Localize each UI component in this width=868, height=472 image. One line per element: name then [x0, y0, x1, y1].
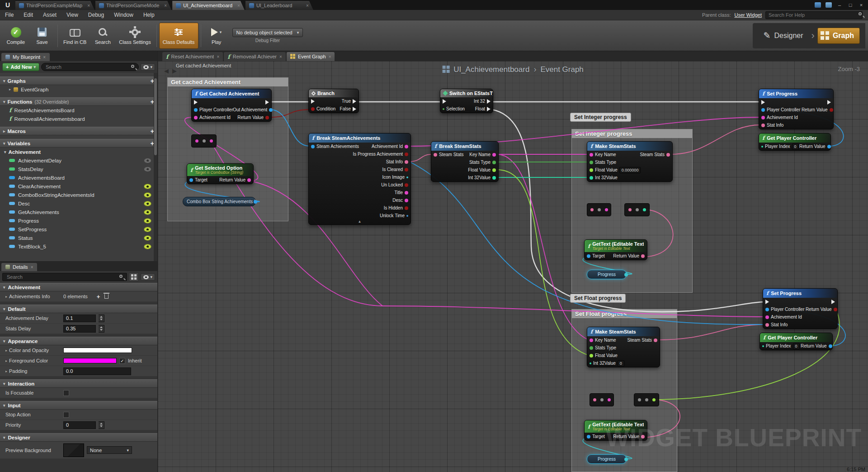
data-pin[interactable] [643, 208, 646, 211]
reroute-node[interactable] [587, 203, 611, 216]
eye-open-icon[interactable] [144, 244, 151, 249]
graph-tab-reset-achievement[interactable]: fReset Achievement× [162, 52, 223, 61]
data-pin[interactable] [590, 346, 593, 350]
data-pin[interactable] [203, 139, 206, 143]
node-gettext-editable-text[interactable]: fGetText (Editable Text)Target is Editab… [584, 239, 647, 260]
data-pin[interactable] [405, 183, 408, 187]
scrollbar[interactable] [154, 73, 157, 261]
layout-icon[interactable] [826, 2, 832, 8]
checkbox[interactable] [63, 412, 69, 418]
data-pin[interactable] [311, 145, 315, 148]
nav-back-icon[interactable]: ◀ [164, 67, 169, 74]
variable-item-statsdelay[interactable]: StatsDelay [0, 165, 157, 173]
property-matrix-button[interactable] [129, 272, 139, 281]
data-pin[interactable] [624, 273, 628, 277]
compile-button[interactable]: ✓ Compile [3, 23, 29, 49]
data-pin[interactable] [638, 398, 641, 401]
window-tab-ui-achievementboard[interactable]: UI_Achievementboard× [172, 1, 245, 10]
node-set-progress[interactable]: fSet ProgressPlayer ControllerReturn Val… [759, 89, 834, 129]
graph-item-eventgraph[interactable]: ▸EventGraph [0, 85, 157, 94]
variable-item-setprogress[interactable]: SetProgress [0, 225, 157, 234]
exec-pin[interactable] [827, 100, 831, 105]
close-icon[interactable]: × [235, 3, 240, 8]
graph-tab-event-graph[interactable]: Event Graph× [287, 52, 335, 61]
find-in-cb-button[interactable]: Find in CB [60, 23, 90, 49]
data-pin[interactable] [598, 208, 601, 211]
node-get-player-controller[interactable]: fGet Player ControllerPlayer Index0Retur… [759, 133, 831, 151]
data-pin[interactable] [761, 124, 765, 127]
exec-pin[interactable] [487, 99, 491, 104]
help-search-input[interactable] [765, 11, 863, 19]
class-defaults-button[interactable]: Class Defaults [159, 23, 198, 49]
variable-item-getachievements[interactable]: GetAchievements [0, 208, 157, 216]
variable-item-textblock-5[interactable]: TextBlock_5 [0, 242, 157, 251]
asset-dropdown[interactable]: None▾ [87, 446, 132, 454]
node-set-progress[interactable]: fSet ProgressPlayer ControllerReturn Val… [763, 288, 838, 329]
chat-icon[interactable] [815, 2, 821, 8]
data-pin[interactable] [587, 254, 590, 258]
function-item-removeallachievementsboard[interactable]: fRemoveallAchievementsboard [0, 114, 157, 123]
close-icon[interactable]: × [329, 54, 331, 59]
inherit-checkbox[interactable]: ✓ [119, 358, 125, 364]
data-pin[interactable] [636, 208, 639, 211]
eye-open-icon[interactable] [144, 227, 151, 232]
eye-closed-icon[interactable] [144, 167, 151, 172]
variable-item-comboboxstringachievementsid[interactable]: ComboBoxStringAchievementsId [0, 191, 157, 199]
scrollbar-thumb[interactable] [154, 78, 157, 155]
menu-help[interactable]: Help [138, 10, 160, 20]
close-icon[interactable]: × [31, 265, 33, 270]
function-item-resetachievementsboard[interactable]: fResetAchievementsBoard [0, 106, 157, 114]
data-pin[interactable] [194, 116, 198, 119]
macros-section-header[interactable]: ▸ Macros + [0, 127, 157, 135]
menu-window[interactable]: Window [109, 10, 138, 20]
data-pin[interactable] [765, 323, 769, 327]
tab-my-blueprint[interactable]: My Blueprint × [1, 53, 50, 61]
close-icon[interactable]: × [303, 3, 309, 8]
my-blueprint-search-input[interactable] [41, 63, 139, 71]
data-pin[interactable] [405, 153, 408, 156]
pin-value-field[interactable]: 0 [792, 143, 799, 150]
data-pin[interactable] [624, 458, 628, 461]
close-icon[interactable]: × [85, 3, 90, 8]
close-icon[interactable]: × [217, 54, 219, 59]
variable-category-achievement[interactable]: ▾ Achievement [0, 148, 157, 156]
clear-elements-icon[interactable] [104, 294, 108, 299]
nav-forward-icon[interactable]: ▶ [172, 67, 177, 74]
variable-item-progress[interactable]: Progress [0, 216, 157, 225]
data-pin[interactable] [265, 116, 269, 119]
data-pin[interactable] [666, 153, 670, 157]
data-pin[interactable] [590, 362, 591, 364]
section-header-input[interactable]: ▾Input [0, 401, 157, 410]
node-get-selected-option[interactable]: fGet Selected OptionTarget is ComboBox (… [187, 163, 254, 184]
window-tab-ui-leaderboard[interactable]: UI_Leaderboard× [245, 1, 313, 10]
pin-value-field[interactable]: 0 [793, 343, 800, 349]
eye-closed-icon[interactable] [144, 158, 151, 163]
data-pin[interactable] [652, 398, 656, 401]
data-pin[interactable] [590, 176, 593, 180]
reroute-node[interactable] [624, 203, 650, 216]
var-node-progress[interactable]: Progress [587, 454, 627, 464]
section-header-appearance[interactable]: ▾Appearance [0, 337, 157, 345]
data-pin[interactable] [827, 145, 831, 148]
data-pin[interactable] [834, 308, 837, 311]
data-pin[interactable] [628, 208, 632, 211]
variable-item-achievementdelay[interactable]: AchievementDelay [0, 156, 157, 165]
section-header-default[interactable]: ▾Default [0, 305, 157, 313]
data-pin[interactable] [492, 168, 496, 172]
var-node-combo-box-string-achievements-id[interactable]: Combo Box String Achievements Id [183, 197, 256, 206]
exec-pin[interactable] [194, 100, 198, 105]
data-pin[interactable] [762, 345, 764, 347]
menu-asset[interactable]: Asset [38, 10, 61, 20]
search-button[interactable]: Search [90, 23, 116, 49]
class-settings-button[interactable]: Class Settings [116, 23, 154, 49]
eye-open-icon[interactable] [144, 236, 151, 240]
wire[interactable] [409, 154, 433, 162]
data-pin[interactable] [492, 161, 496, 164]
number-input[interactable]: 0 [63, 421, 96, 429]
data-pin[interactable] [406, 215, 408, 217]
functions-section-header[interactable]: ▾ Functions (32 Overridable) + [0, 97, 157, 106]
graph-mode-button[interactable]: Graph [817, 28, 860, 44]
data-pin[interactable] [765, 315, 769, 319]
expand-arrow-icon[interactable]: ▸ [5, 295, 7, 299]
exec-pin[interactable] [311, 99, 315, 104]
